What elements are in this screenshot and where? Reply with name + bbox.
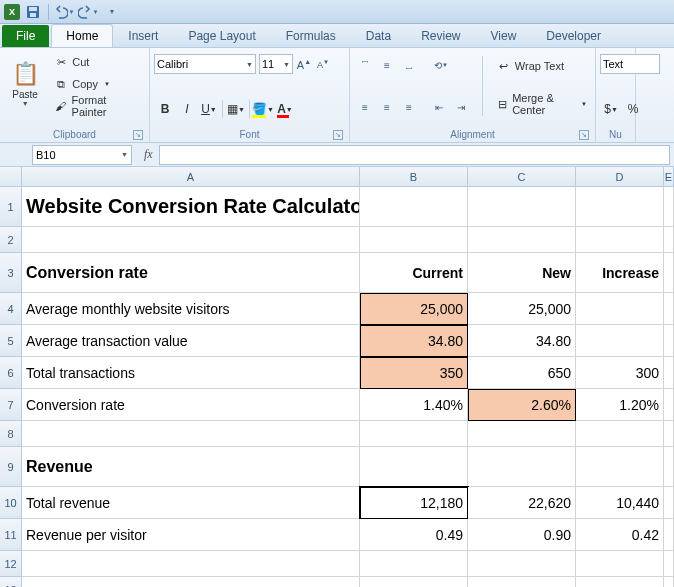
cell-D7[interactable]: 1.20% bbox=[576, 389, 664, 421]
tab-review[interactable]: Review bbox=[406, 24, 475, 47]
dialog-launcher-icon[interactable]: ↘ bbox=[333, 130, 343, 140]
cell-A3[interactable]: Conversion rate bbox=[22, 253, 360, 293]
cell-C5[interactable]: 34.80 bbox=[468, 325, 576, 357]
tab-view[interactable]: View bbox=[476, 24, 532, 47]
cell-E11[interactable] bbox=[664, 519, 674, 551]
tab-insert[interactable]: Insert bbox=[113, 24, 173, 47]
cell-C13[interactable] bbox=[468, 577, 576, 587]
cell-D5[interactable] bbox=[576, 325, 664, 357]
cell-C7[interactable]: 2.60% bbox=[468, 389, 576, 421]
cell-B9[interactable] bbox=[360, 447, 468, 487]
row-header-6[interactable]: 6 bbox=[0, 357, 22, 389]
cell-D6[interactable]: 300 bbox=[576, 357, 664, 389]
cell-C4[interactable]: 25,000 bbox=[468, 293, 576, 325]
row-header-8[interactable]: 8 bbox=[0, 421, 22, 447]
increase-font-button[interactable]: A▲ bbox=[296, 54, 312, 74]
cell-B2[interactable] bbox=[360, 227, 468, 253]
cell-B11[interactable]: 0.49 bbox=[360, 519, 468, 551]
cell-E4[interactable] bbox=[664, 293, 674, 325]
cell-A5[interactable]: Average transaction value bbox=[22, 325, 360, 357]
cell-D10[interactable]: 10,440 bbox=[576, 487, 664, 519]
qat-save-button[interactable] bbox=[22, 2, 44, 22]
cell-E10[interactable] bbox=[664, 487, 674, 519]
italic-button[interactable]: I bbox=[176, 98, 198, 120]
align-center-button[interactable]: ≡ bbox=[376, 96, 398, 118]
formula-input[interactable] bbox=[159, 145, 670, 165]
tab-formulas[interactable]: Formulas bbox=[271, 24, 351, 47]
tab-developer[interactable]: Developer bbox=[531, 24, 616, 47]
copy-button[interactable]: ⧉Copy▼ bbox=[50, 74, 145, 94]
dialog-launcher-icon[interactable]: ↘ bbox=[133, 130, 143, 140]
cell-E3[interactable] bbox=[664, 253, 674, 293]
cell-D9[interactable] bbox=[576, 447, 664, 487]
cell-C2[interactable] bbox=[468, 227, 576, 253]
name-box[interactable]: B10 ▼ bbox=[32, 145, 132, 165]
column-header-B[interactable]: B bbox=[360, 167, 468, 187]
cell-B8[interactable] bbox=[360, 421, 468, 447]
qat-redo-button[interactable]: ▼ bbox=[77, 2, 99, 22]
number-format-select[interactable]: Text bbox=[600, 54, 660, 74]
cell-B10[interactable]: 12,180 bbox=[360, 487, 468, 519]
borders-button[interactable]: ▦▼ bbox=[225, 98, 247, 120]
row-header-12[interactable]: 12 bbox=[0, 551, 22, 577]
cell-A10[interactable]: Total revenue bbox=[22, 487, 360, 519]
cell-A7[interactable]: Conversion rate bbox=[22, 389, 360, 421]
cell-A2[interactable] bbox=[22, 227, 360, 253]
row-header-3[interactable]: 3 bbox=[0, 253, 22, 293]
cell-E2[interactable] bbox=[664, 227, 674, 253]
cell-C10[interactable]: 22,620 bbox=[468, 487, 576, 519]
cell-E12[interactable] bbox=[664, 551, 674, 577]
font-name-select[interactable]: Calibri▼ bbox=[154, 54, 256, 74]
cell-A9[interactable]: Revenue bbox=[22, 447, 360, 487]
align-bottom-button[interactable]: ⎵ bbox=[398, 54, 420, 76]
column-header-D[interactable]: D bbox=[576, 167, 664, 187]
row-header-13[interactable]: 13 bbox=[0, 577, 22, 587]
row-header-7[interactable]: 7 bbox=[0, 389, 22, 421]
orientation-button[interactable]: ⟲▼ bbox=[428, 54, 454, 76]
cell-A6[interactable]: Total transactions bbox=[22, 357, 360, 389]
qat-customize-button[interactable]: ▼ bbox=[101, 2, 123, 22]
cell-B7[interactable]: 1.40% bbox=[360, 389, 468, 421]
underline-button[interactable]: U▼ bbox=[198, 98, 220, 120]
tab-page-layout[interactable]: Page Layout bbox=[173, 24, 270, 47]
row-header-5[interactable]: 5 bbox=[0, 325, 22, 357]
cell-C12[interactable] bbox=[468, 551, 576, 577]
align-top-button[interactable]: ⎴ bbox=[354, 54, 376, 76]
cell-D13[interactable] bbox=[576, 577, 664, 587]
cell-E13[interactable] bbox=[664, 577, 674, 587]
cell-A4[interactable]: Average monthly website visitors bbox=[22, 293, 360, 325]
increase-indent-button[interactable]: ⇥ bbox=[450, 96, 472, 118]
tab-home[interactable]: Home bbox=[51, 24, 113, 47]
fx-icon[interactable]: fx bbox=[144, 147, 153, 162]
cell-B3[interactable]: Current bbox=[360, 253, 468, 293]
cell-C8[interactable] bbox=[468, 421, 576, 447]
cell-A8[interactable] bbox=[22, 421, 360, 447]
cell-C3[interactable]: New bbox=[468, 253, 576, 293]
cell-C6[interactable]: 650 bbox=[468, 357, 576, 389]
row-header-4[interactable]: 4 bbox=[0, 293, 22, 325]
row-header-9[interactable]: 9 bbox=[0, 447, 22, 487]
wrap-text-button[interactable]: ↩Wrap Text bbox=[493, 56, 591, 76]
column-header-E[interactable]: E bbox=[664, 167, 674, 187]
cell-D8[interactable] bbox=[576, 421, 664, 447]
font-size-select[interactable]: 11▼ bbox=[259, 54, 293, 74]
align-right-button[interactable]: ≡ bbox=[398, 96, 420, 118]
decrease-indent-button[interactable]: ⇤ bbox=[428, 96, 450, 118]
cell-D3[interactable]: Increase bbox=[576, 253, 664, 293]
row-header-2[interactable]: 2 bbox=[0, 227, 22, 253]
cell-C11[interactable]: 0.90 bbox=[468, 519, 576, 551]
decrease-font-button[interactable]: A▼ bbox=[315, 54, 331, 74]
paste-button[interactable]: 📋 Paste ▼ bbox=[4, 50, 46, 118]
cell-A11[interactable]: Revenue per visitor bbox=[22, 519, 360, 551]
qat-undo-button[interactable]: ▼ bbox=[53, 2, 75, 22]
cell-C9[interactable] bbox=[468, 447, 576, 487]
chevron-down-icon[interactable]: ▼ bbox=[121, 151, 128, 158]
select-all-corner[interactable] bbox=[0, 167, 22, 187]
cell-B13[interactable] bbox=[360, 577, 468, 587]
column-header-A[interactable]: A bbox=[22, 167, 360, 187]
cell-B6[interactable]: 350 bbox=[360, 357, 468, 389]
cell-D4[interactable] bbox=[576, 293, 664, 325]
dialog-launcher-icon[interactable]: ↘ bbox=[579, 130, 589, 140]
accounting-button[interactable]: $▼ bbox=[600, 98, 622, 120]
cell-B4[interactable]: 25,000 bbox=[360, 293, 468, 325]
